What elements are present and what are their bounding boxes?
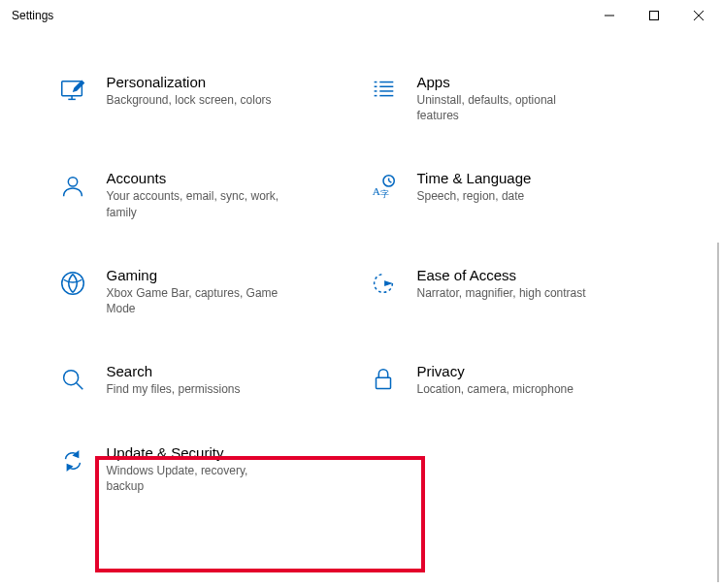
svg-rect-1 — [650, 12, 659, 20]
tile-accounts[interactable]: Accounts Your accounts, email, sync, wor… — [50, 166, 361, 223]
tile-update-security[interactable]: Update & Security Windows Update, recove… — [50, 441, 361, 498]
titlebar: Settings — [0, 0, 721, 31]
apps-icon — [367, 76, 400, 109]
vertical-scrollbar[interactable] — [717, 243, 719, 582]
tile-desc: Background, lock screen, colors — [107, 92, 272, 108]
tile-title: Personalization — [107, 74, 272, 90]
tile-title: Privacy — [417, 363, 574, 379]
tile-personalization[interactable]: Personalization Background, lock screen,… — [50, 70, 361, 127]
svg-point-21 — [61, 273, 83, 295]
tile-desc: Narrator, magnifier, high contrast — [417, 285, 586, 301]
tile-title: Apps — [417, 74, 592, 90]
personalization-icon — [56, 76, 89, 109]
svg-point-15 — [68, 178, 77, 186]
minimize-button[interactable] — [587, 0, 632, 31]
svg-point-23 — [63, 371, 78, 385]
settings-grid: Personalization Background, lock screen,… — [50, 70, 672, 499]
tile-gaming[interactable]: Gaming Xbox Game Bar, captures, Game Mod… — [50, 263, 361, 320]
accounts-icon — [56, 172, 89, 205]
privacy-icon — [367, 365, 400, 398]
window-title: Settings — [12, 9, 53, 22]
tile-search[interactable]: Search Find my files, permissions — [50, 359, 361, 402]
tile-desc: Uninstall, defaults, optional features — [417, 92, 592, 123]
tile-title: Ease of Access — [417, 267, 586, 283]
tile-privacy[interactable]: Privacy Location, camera, microphone — [361, 359, 672, 402]
window-controls — [587, 0, 721, 31]
tile-desc: Windows Update, recovery, backup — [107, 463, 281, 494]
svg-marker-22 — [384, 281, 390, 285]
time-language-icon: A 字 — [367, 172, 400, 205]
tile-title: Update & Security — [107, 444, 281, 461]
tile-desc: Your accounts, email, sync, work, family — [107, 188, 281, 219]
tile-desc: Xbox Game Bar, captures, Game Mode — [107, 285, 281, 316]
tile-title: Search — [107, 363, 241, 379]
update-security-icon — [56, 446, 89, 479]
svg-text:字: 字 — [380, 190, 389, 200]
tile-title: Accounts — [107, 170, 281, 186]
tile-time-language[interactable]: A 字 Time & Language Speech, region, date — [361, 166, 672, 223]
search-icon — [56, 365, 89, 398]
tile-title: Time & Language — [417, 170, 532, 186]
ease-of-access-icon — [367, 269, 400, 302]
tile-title: Gaming — [107, 267, 281, 283]
svg-line-24 — [76, 383, 82, 390]
tile-apps[interactable]: Apps Uninstall, defaults, optional featu… — [361, 70, 672, 127]
tile-desc: Speech, region, date — [417, 188, 532, 204]
tile-ease-of-access[interactable]: Ease of Access Narrator, magnifier, high… — [361, 263, 672, 320]
maximize-button[interactable] — [632, 0, 676, 31]
svg-rect-25 — [376, 377, 390, 388]
close-button[interactable] — [676, 0, 721, 31]
tile-desc: Location, camera, microphone — [417, 381, 574, 397]
settings-content: Personalization Background, lock screen,… — [0, 31, 721, 499]
tile-desc: Find my files, permissions — [107, 381, 241, 397]
svg-line-18 — [388, 181, 391, 183]
gaming-icon — [56, 269, 89, 302]
